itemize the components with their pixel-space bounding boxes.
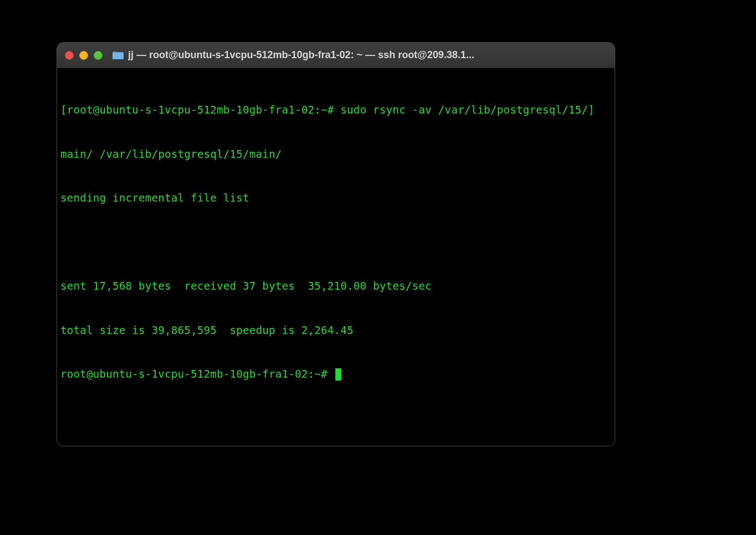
terminal-line: sending incremental file list	[60, 191, 611, 206]
folder-icon	[113, 51, 124, 60]
title-area: jj — root@ubuntu-s-1vcpu-512mb-10gb-fra1…	[113, 49, 607, 61]
window-title: jj — root@ubuntu-s-1vcpu-512mb-10gb-fra1…	[128, 49, 474, 61]
traffic-lights	[65, 51, 103, 60]
terminal-line: [root@ubuntu-s-1vcpu-512mb-10gb-fra1-02:…	[60, 103, 611, 118]
shell-prompt: root@ubuntu-s-1vcpu-512mb-10gb-fra1-02:~…	[60, 368, 334, 380]
terminal-line: total size is 39,865,595 speedup is 2,26…	[60, 323, 611, 338]
cursor-icon	[335, 368, 341, 380]
terminal-blank-line	[60, 235, 611, 250]
terminal-line: root@ubuntu-s-1vcpu-512mb-10gb-fra1-02:~…	[60, 367, 611, 382]
terminal-line: main/ /var/lib/postgresql/15/main/	[60, 147, 611, 162]
output-text: total size is 39,865,595 speedup is 2,26…	[60, 324, 354, 337]
svg-rect-1	[113, 53, 124, 59]
shell-prompt: root@ubuntu-s-1vcpu-512mb-10gb-fra1-02:~…	[67, 104, 341, 116]
window-titlebar[interactable]: jj — root@ubuntu-s-1vcpu-512mb-10gb-fra1…	[57, 43, 615, 68]
prompt-bracket-close: ]	[588, 104, 595, 116]
command-continuation: main/ /var/lib/postgresql/15/main/	[60, 148, 282, 161]
prompt-bracket-open: [	[60, 104, 67, 116]
output-text: sent 17,568 bytes received 37 bytes 35,2…	[60, 280, 432, 292]
terminal-body[interactable]: [root@ubuntu-s-1vcpu-512mb-10gb-fra1-02:…	[57, 68, 615, 415]
close-button[interactable]	[65, 51, 74, 60]
terminal-line: sent 17,568 bytes received 37 bytes 35,2…	[60, 279, 611, 294]
terminal-window: jj — root@ubuntu-s-1vcpu-512mb-10gb-fra1…	[57, 42, 615, 446]
minimize-button[interactable]	[79, 51, 88, 60]
output-text: sending incremental file list	[60, 192, 249, 204]
command-text: sudo rsync -av /var/lib/postgresql/15/	[340, 104, 588, 116]
zoom-button[interactable]	[94, 51, 103, 60]
